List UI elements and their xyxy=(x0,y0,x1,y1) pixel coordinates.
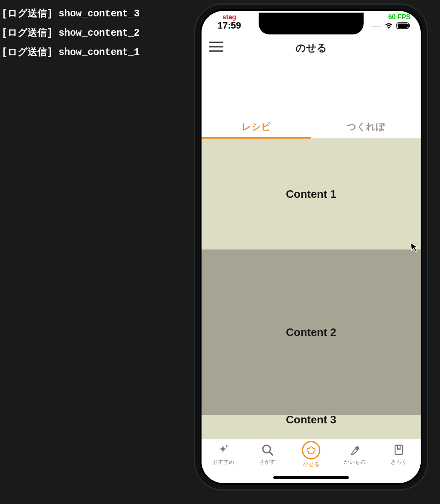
home-indicator[interactable] xyxy=(273,476,349,479)
cellular-icon: •••• xyxy=(371,23,381,30)
hamburger-icon[interactable] xyxy=(209,39,223,54)
segmented-tabs: レシピ つくれぽ xyxy=(202,115,421,139)
content-label: Content 1 xyxy=(286,188,336,201)
phone-frame: stag 17:59 60 FPS •••• xyxy=(194,3,428,491)
log-line: [ログ送信] show_content_3 xyxy=(2,4,140,24)
tab-tsukurepo[interactable]: つくれぽ xyxy=(311,115,421,138)
tabbar-label: きろく xyxy=(390,458,407,466)
sparkle-icon xyxy=(216,443,230,457)
page-title: のせる xyxy=(296,41,327,55)
tabbar-label: のせる xyxy=(303,461,320,468)
tabbar-kiroku[interactable]: きろく xyxy=(377,439,421,483)
wifi-icon xyxy=(384,22,393,31)
svg-rect-1 xyxy=(398,24,408,28)
search-icon xyxy=(260,443,275,457)
content-card[interactable]: Content 1 xyxy=(202,139,421,249)
chef-hat-icon xyxy=(302,441,320,459)
carrot-icon xyxy=(348,443,362,457)
tabbar-osusume[interactable]: おすすめ xyxy=(202,439,245,483)
clock: 17:59 xyxy=(217,20,241,31)
content-label: Content 3 xyxy=(286,413,336,426)
content-label: Content 2 xyxy=(286,326,336,339)
fps-counter: 60 FPS xyxy=(371,13,411,21)
nav-header: のせる xyxy=(202,34,421,61)
tabbar-label: さがす xyxy=(259,458,275,466)
phone-notch xyxy=(259,13,364,34)
log-line: [ログ送信] show_content_2 xyxy=(2,24,140,43)
tab-recipe[interactable]: レシピ xyxy=(202,115,311,138)
content-card[interactable]: Content 3 xyxy=(202,415,421,439)
tabbar-label: おすすめ xyxy=(212,458,234,466)
log-line: [ログ送信] show_content_1 xyxy=(2,43,140,62)
header-spacer xyxy=(202,61,421,115)
svg-rect-4 xyxy=(395,445,403,454)
svg-rect-2 xyxy=(409,24,410,27)
battery-icon xyxy=(396,22,411,31)
console-log-panel: [ログ送信] show_content_3 [ログ送信] show_conten… xyxy=(2,4,140,62)
tabbar-label: かいもの xyxy=(344,458,366,466)
content-scroll[interactable]: Content 1 Content 2 Content 3 xyxy=(202,139,421,439)
phone-screen: stag 17:59 60 FPS •••• xyxy=(202,11,421,483)
notebook-icon xyxy=(392,443,406,457)
content-card[interactable]: Content 2 xyxy=(202,249,421,415)
